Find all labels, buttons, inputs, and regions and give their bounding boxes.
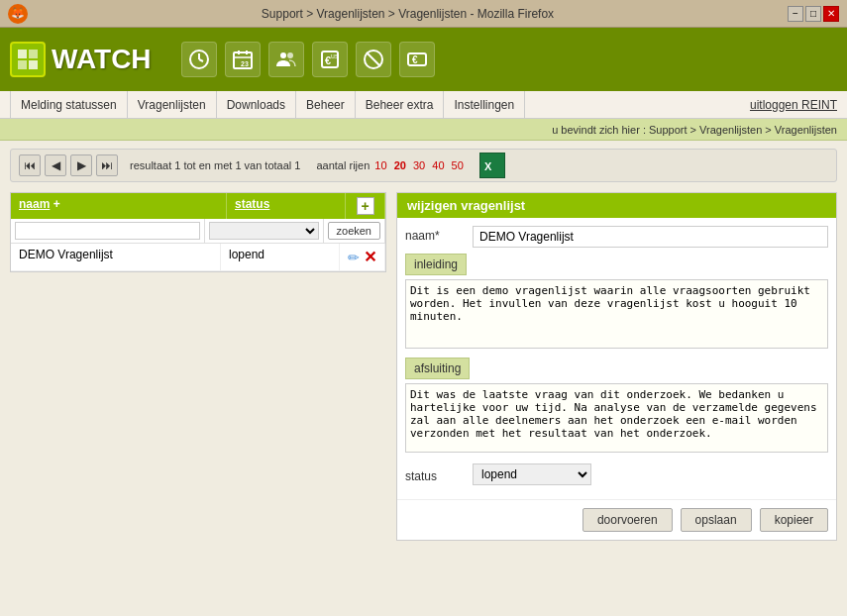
window-title: Support > Vragenlijsten > Vragenlijsten … xyxy=(28,7,788,21)
no-sign-icon[interactable] xyxy=(356,42,391,77)
delete-icon[interactable]: ✕ xyxy=(364,248,376,266)
cell-status: lopend xyxy=(221,244,340,270)
app-header: WATCH 23 xyxy=(0,28,847,91)
svg-line-6 xyxy=(199,59,203,61)
table-header: naam + status + xyxy=(11,193,385,219)
doorvoeren-button[interactable]: doorvoeren xyxy=(582,508,673,532)
rows-40[interactable]: 40 xyxy=(432,159,444,171)
svg-point-13 xyxy=(287,52,293,58)
col-naam: naam + xyxy=(11,193,227,219)
navbar: Melding statussen Vragenlijsten Download… xyxy=(0,91,847,119)
naam-input[interactable] xyxy=(473,226,828,248)
titlebar: 🦊 Support > Vragenlijsten > Vragenlijste… xyxy=(0,0,847,28)
close-button[interactable]: ✕ xyxy=(823,6,839,22)
people-icon[interactable] xyxy=(268,42,304,77)
afsluiting-label: afsluiting xyxy=(405,358,470,379)
logo-icon xyxy=(10,42,46,77)
naam-label: naam* xyxy=(405,226,465,243)
search-button[interactable]: zoeken xyxy=(328,222,380,240)
svg-text:23: 23 xyxy=(241,60,249,67)
pagination-bar: ⏮ ◀ ▶ ⏭ resultaat 1 tot en met 1 van tot… xyxy=(10,149,837,182)
app-logo: WATCH xyxy=(10,42,152,77)
form-panel: wijzigen vragenlijst naam* inleiding a xyxy=(396,192,837,541)
cell-actions: ✏ ✕ xyxy=(340,244,385,270)
right-panel: wijzigen vragenlijst naam* inleiding a xyxy=(396,192,837,541)
window-controls: − □ ✕ xyxy=(788,6,839,22)
status-label: status xyxy=(405,466,465,483)
form-footer: doorvoeren opslaan kopieer xyxy=(397,499,836,540)
svg-rect-1 xyxy=(29,50,38,58)
first-page-button[interactable]: ⏮ xyxy=(19,154,41,176)
nav-beheer-extra[interactable]: Beheer extra xyxy=(356,91,445,118)
table-row: DEMO Vragenlijst lopend ✏ ✕ xyxy=(11,244,385,271)
clock-icon[interactable] xyxy=(181,42,217,77)
logout-link[interactable]: uitloggen REINT xyxy=(750,98,837,112)
filter-naam-input[interactable] xyxy=(15,222,200,240)
form-title: wijzigen vragenlijst xyxy=(397,193,836,218)
rows-50[interactable]: 50 xyxy=(452,159,464,171)
inleiding-label: inleiding xyxy=(405,254,467,275)
calendar-icon[interactable]: 23 xyxy=(225,42,261,77)
main-content: ⏮ ◀ ▶ ⏭ resultaat 1 tot en met 1 van tot… xyxy=(0,141,847,616)
left-panel: naam + status + xyxy=(10,192,386,541)
edit-icon[interactable]: ✏ xyxy=(348,250,360,265)
toolbar-icons: 23 € us xyxy=(181,42,435,77)
pagination-info: resultaat 1 tot en met 1 van totaal 1 xyxy=(130,159,300,171)
afsluiting-section: afsluiting xyxy=(405,358,828,456)
data-table: naam + status + xyxy=(10,192,386,272)
logo-text: WATCH xyxy=(52,44,152,75)
svg-rect-0 xyxy=(18,50,27,58)
euro-icon[interactable]: € us xyxy=(312,42,348,77)
svg-text:us: us xyxy=(331,52,339,59)
form-status-row: status lopend gesloten concept xyxy=(405,463,828,485)
nav-downloads[interactable]: Downloads xyxy=(217,91,296,118)
svg-rect-2 xyxy=(18,60,27,69)
opslaan-button[interactable]: opslaan xyxy=(681,508,752,532)
svg-point-12 xyxy=(280,52,286,58)
svg-rect-3 xyxy=(29,60,38,69)
rows-per-page: aantal rijen 10 20 30 40 50 xyxy=(316,159,465,171)
prev-page-button[interactable]: ◀ xyxy=(45,154,66,176)
nav-melding-statussen[interactable]: Melding statussen xyxy=(10,91,128,118)
svg-text:X: X xyxy=(484,160,492,172)
status-select[interactable]: lopend gesloten concept xyxy=(473,463,591,485)
minimize-button[interactable]: − xyxy=(788,6,803,22)
inleiding-textarea[interactable] xyxy=(405,279,828,349)
rows-30[interactable]: 30 xyxy=(413,159,425,171)
filter-row: lopend gesloten zoeken xyxy=(11,219,385,244)
add-row-button[interactable]: + xyxy=(357,197,374,215)
last-page-button[interactable]: ⏭ xyxy=(96,154,118,176)
export-excel-button[interactable]: X xyxy=(479,153,505,178)
filter-action-cell: zoeken xyxy=(324,219,385,243)
svg-line-18 xyxy=(367,52,380,66)
filter-naam-cell xyxy=(11,219,205,243)
inleiding-section: inleiding xyxy=(405,254,828,352)
afsluiting-textarea[interactable] xyxy=(405,383,828,453)
form-naam-row: naam* xyxy=(405,226,828,248)
nav-beheer[interactable]: Beheer xyxy=(296,91,356,118)
rows-20[interactable]: 20 xyxy=(394,159,406,171)
col-status: status xyxy=(227,193,346,219)
kopieer-button[interactable]: kopieer xyxy=(760,508,828,532)
maximize-button[interactable]: □ xyxy=(805,6,821,22)
filter-status-cell: lopend gesloten xyxy=(205,219,324,243)
breadcrumb: u bevindt zich hier : Support > Vragenli… xyxy=(0,119,847,141)
form-body: naam* inleiding afsluiting xyxy=(397,218,836,499)
filter-status-select[interactable]: lopend gesloten xyxy=(209,222,319,240)
firefox-icon: 🦊 xyxy=(8,4,28,24)
svg-text:€: € xyxy=(412,54,418,65)
main-two-col: naam + status + xyxy=(10,192,837,541)
nav-vragenlijsten[interactable]: Vragenlijsten xyxy=(128,91,217,118)
next-page-button[interactable]: ▶ xyxy=(70,154,92,176)
cell-naam: DEMO Vragenlijst xyxy=(11,244,221,270)
col-action: + xyxy=(346,193,385,219)
money-icon[interactable]: € xyxy=(399,42,435,77)
rows-10[interactable]: 10 xyxy=(374,159,386,171)
nav-instellingen[interactable]: Instellingen xyxy=(444,91,525,118)
